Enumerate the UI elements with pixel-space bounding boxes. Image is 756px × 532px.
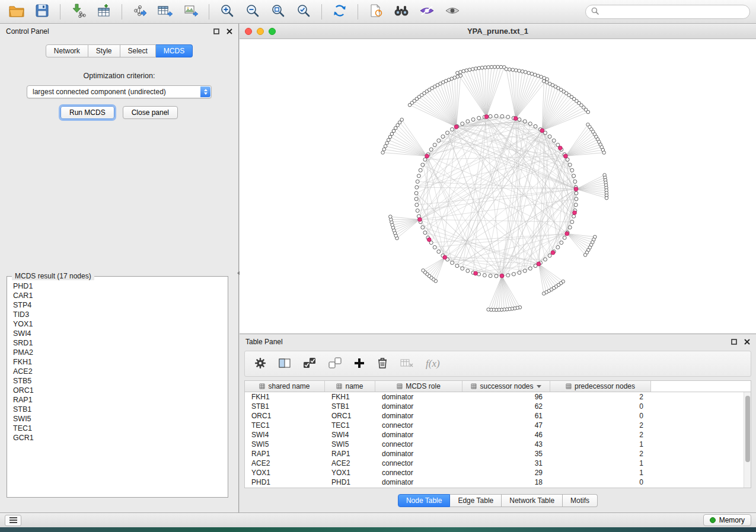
mcds-result-item[interactable]: ORC1 (13, 386, 227, 395)
column-header-predecessor-nodes[interactable]: predecessor nodes (550, 381, 651, 392)
tab-select[interactable]: Select (120, 44, 156, 57)
clone-network-button[interactable] (365, 2, 387, 21)
column-header-shared-name[interactable]: shared name (245, 381, 325, 392)
select-all-button[interactable] (303, 355, 316, 373)
cell-successor-nodes: 31 (462, 459, 550, 468)
search-box[interactable] (585, 5, 750, 19)
cell-shared-name: SWI4 (245, 430, 325, 440)
refresh-layout-button[interactable] (329, 2, 350, 21)
network-titlebar[interactable]: YPA_prune.txt_1 (240, 24, 756, 39)
optimization-criterion-label: Optimization criterion: (0, 72, 238, 80)
mcds-result-title: MCDS result (17 nodes) (12, 272, 94, 280)
table-row[interactable]: FKH1FKH1dominator962 (245, 392, 744, 402)
find-neighbors-button[interactable] (391, 2, 412, 21)
criterion-dropdown[interactable]: largest connected component (undirected) (27, 85, 212, 98)
toolbar-separator (358, 4, 358, 20)
show-all-button[interactable] (442, 2, 463, 21)
cell-name: SWI5 (325, 440, 375, 449)
show-columns-button[interactable] (279, 355, 291, 373)
zoom-out-button[interactable] (242, 2, 263, 21)
mcds-result-item[interactable]: STP4 (13, 300, 227, 310)
mcds-result-item[interactable]: PHD1 (13, 281, 227, 291)
table-scrollbar[interactable] (744, 392, 751, 488)
table-row[interactable]: RAP1RAP1dominator352 (245, 449, 744, 459)
zoom-fit-button[interactable] (267, 2, 289, 21)
mcds-result-item[interactable]: PMA2 (13, 348, 227, 357)
window-close-icon[interactable] (245, 28, 252, 35)
mcds-result-item[interactable]: STB1 (13, 405, 227, 414)
import-table-button[interactable] (93, 2, 114, 21)
mcds-result-item[interactable]: ACE2 (13, 367, 227, 376)
table-header-row: shared namenameMCDS rolesuccessor nodesp… (245, 381, 751, 392)
mcds-result-item[interactable]: CAR1 (13, 291, 227, 300)
close-panel-button[interactable]: Close panel (123, 106, 178, 119)
search-input[interactable] (602, 8, 744, 16)
zoom-in-button[interactable] (216, 2, 238, 21)
mcds-result-item[interactable]: YOX1 (13, 319, 227, 329)
table-row[interactable]: ACE2ACE2connector311 (245, 459, 744, 468)
import-network-button[interactable] (68, 2, 89, 21)
tab-edge-table[interactable]: Edge Table (450, 494, 502, 507)
zoom-selected-icon (296, 4, 311, 20)
column-grid-icon (397, 383, 403, 389)
close-panel-icon[interactable] (227, 28, 232, 34)
float-panel-icon[interactable] (731, 339, 737, 345)
mcds-result-item[interactable]: TEC1 (13, 424, 227, 433)
column-header-name[interactable]: name (325, 381, 375, 392)
columns-icon (279, 358, 291, 370)
table-settings-button[interactable] (254, 355, 266, 373)
panel-splitter[interactable] (235, 265, 240, 281)
zoom-selected-button[interactable] (293, 2, 314, 21)
window-maximize-icon[interactable] (269, 28, 276, 35)
tab-network[interactable]: Network (46, 44, 88, 57)
mcds-result-item[interactable]: TID3 (13, 310, 227, 319)
tab-style[interactable]: Style (88, 44, 120, 57)
table-row[interactable]: SWI4SWI4dominator462 (245, 430, 744, 440)
run-mcds-button[interactable]: Run MCDS (60, 106, 114, 119)
window-minimize-icon[interactable] (257, 28, 264, 35)
mcds-result-item[interactable]: SWI5 (13, 414, 227, 424)
mcds-result-item[interactable]: RAP1 (13, 395, 227, 405)
cell-MCDS-role: connector (375, 459, 462, 468)
hide-selected-button[interactable] (416, 2, 438, 21)
mcds-result-item[interactable]: SWI4 (13, 329, 227, 338)
table-row[interactable]: ORC1ORC1dominator610 (245, 411, 744, 421)
delete-column-button[interactable] (377, 355, 388, 373)
cell-shared-name: STB1 (245, 402, 325, 411)
export-image-button[interactable] (180, 2, 202, 21)
add-column-button[interactable] (354, 355, 365, 373)
unchecked-boxes-icon (328, 357, 342, 371)
folder-icon (9, 4, 24, 19)
table-row[interactable]: YOX1YOX1connector291 (245, 468, 744, 477)
open-file-button[interactable] (6, 2, 27, 21)
tab-node-table[interactable]: Node Table (398, 494, 451, 507)
mcds-result-item[interactable]: GCR1 (13, 433, 227, 443)
table-row[interactable]: STB1STB1dominator620 (245, 402, 744, 411)
table-row[interactable]: SWI5SWI5connector431 (245, 440, 744, 449)
mcds-result-item[interactable]: STB5 (13, 376, 227, 386)
save-session-button[interactable] (31, 2, 53, 21)
toolbar-separator (321, 4, 322, 20)
network-canvas[interactable] (240, 39, 756, 334)
column-header-MCDS-role[interactable]: MCDS role (375, 381, 462, 392)
tab-mcds[interactable]: MCDS (156, 44, 193, 57)
mcds-result-item[interactable]: SRD1 (13, 338, 227, 348)
table-row[interactable]: TEC1TEC1connector472 (245, 421, 744, 430)
mcds-result-item[interactable]: FKH1 (13, 357, 227, 367)
show-panels-button[interactable] (5, 515, 21, 526)
export-network-button[interactable] (129, 2, 151, 21)
deselect-all-button[interactable] (328, 355, 342, 373)
scrollbar-thumb[interactable] (745, 396, 750, 462)
float-panel-icon[interactable] (213, 28, 219, 34)
tab-motifs[interactable]: Motifs (563, 494, 598, 507)
table-body: FKH1FKH1dominator962STB1STB1dominator620… (245, 392, 744, 488)
close-panel-icon[interactable] (744, 339, 750, 345)
tab-network-table[interactable]: Network Table (502, 494, 563, 507)
network-graph[interactable] (240, 39, 756, 334)
eye-icon (445, 5, 460, 18)
memory-button[interactable]: Memory (703, 514, 751, 526)
table-row[interactable]: PHD1PHD1dominator180 (245, 477, 744, 487)
export-table-button[interactable] (155, 2, 176, 21)
column-header-successor-nodes[interactable]: successor nodes (462, 381, 550, 392)
main-toolbar (0, 0, 756, 24)
